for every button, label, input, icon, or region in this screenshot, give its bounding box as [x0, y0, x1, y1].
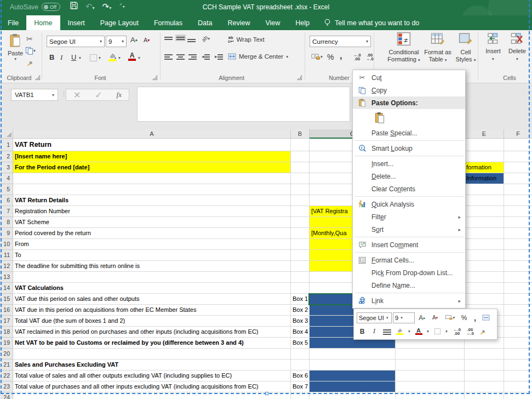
cell-B5[interactable]: [291, 184, 310, 195]
row-header-1[interactable]: 1: [0, 139, 13, 151]
cell-A10[interactable]: From: [13, 239, 291, 250]
bold-button[interactable]: B: [49, 53, 54, 61]
cancel-button[interactable]: ✕: [73, 90, 81, 100]
row-header-16[interactable]: 16: [0, 305, 13, 316]
cell-E6[interactable]: [465, 195, 504, 206]
cut-button[interactable]: ✂: [26, 35, 33, 43]
orientation-button[interactable]: ab▾: [202, 36, 210, 42]
cell-B8[interactable]: [291, 217, 310, 228]
cell-F1[interactable]: [504, 139, 532, 151]
cell-A12[interactable]: The deadline for submitting this return …: [13, 261, 291, 272]
cell-F4[interactable]: [504, 173, 532, 184]
tab-home[interactable]: Home: [26, 15, 60, 30]
cell-A8[interactable]: VAT Scheme: [13, 217, 291, 228]
cell-F22[interactable]: [504, 371, 532, 381]
underline-dropdown[interactable]: ▾: [79, 55, 81, 60]
row-header-10[interactable]: 10: [0, 239, 13, 250]
row-header-11[interactable]: 11: [0, 250, 13, 261]
cell-D24[interactable]: [396, 392, 465, 399]
align-bottom-button[interactable]: [187, 38, 196, 42]
paste-button[interactable]: Paste ▾: [8, 33, 23, 61]
wrap-text-button[interactable]: abc↩ Wrap Text: [228, 36, 265, 43]
cell-A1[interactable]: VAT Return: [13, 139, 291, 151]
cell-F17[interactable]: [504, 316, 532, 327]
row-header-14[interactable]: 14: [0, 283, 13, 294]
menu-item-paste-special[interactable]: Paste Special...: [353, 127, 465, 139]
tab-formulas[interactable]: Formulas: [146, 15, 190, 30]
borders-dropdown[interactable]: ▾: [99, 55, 101, 60]
insert-cells-button[interactable]: Insert▾: [481, 32, 505, 80]
cell-B19[interactable]: Box 5: [291, 338, 310, 349]
cell-A20[interactable]: [13, 349, 291, 360]
tab-data[interactable]: Data: [190, 15, 220, 30]
row-header-13[interactable]: 13: [0, 272, 13, 283]
cell-B9[interactable]: [291, 228, 310, 239]
mini-increase-decimal-button[interactable]: ←.0.00: [451, 328, 463, 335]
menu-item-clear-contents[interactable]: Clear Contents: [353, 183, 465, 195]
row-header-9[interactable]: 9: [0, 228, 13, 239]
align-middle-button[interactable]: [175, 35, 186, 41]
cell-D22[interactable]: [396, 371, 465, 381]
cell-F7[interactable]: [504, 206, 532, 217]
borders-button[interactable]: ▾: [90, 54, 101, 61]
align-left-button[interactable]: [164, 53, 173, 60]
mini-accounting-button[interactable]: ▾: [442, 315, 457, 321]
cell-F18[interactable]: [504, 327, 532, 338]
accounting-dropdown[interactable]: ▾: [321, 54, 323, 59]
cell-B13[interactable]: [291, 272, 310, 283]
cell-B3[interactable]: [291, 162, 310, 173]
cell-D20[interactable]: [396, 349, 465, 360]
cell-B22[interactable]: Box 6: [291, 371, 310, 381]
cell-B14[interactable]: [291, 283, 310, 294]
mini-fill-color-button[interactable]: [394, 328, 405, 335]
menu-item-insert-comment[interactable]: Insert Comment: [353, 238, 465, 251]
cell-A18[interactable]: VAT reclaimed in this period on purchase…: [13, 327, 291, 338]
increase-decimal-button[interactable]: ←.0.00: [353, 53, 361, 61]
cell-A5[interactable]: [13, 184, 291, 195]
row-header-3[interactable]: 3: [0, 162, 13, 173]
cell-A15[interactable]: VAT due this period on sales and other o…: [13, 294, 291, 305]
mini-decrease-decimal-button[interactable]: .00→.0: [464, 328, 476, 335]
clipboard-dialog-launcher[interactable]: [35, 75, 40, 80]
cell-A11[interactable]: To: [13, 250, 291, 261]
cell-A21[interactable]: Sales and Purchases Excluding VAT: [13, 360, 291, 371]
mini-font-size-combo[interactable]: 9▾: [393, 312, 415, 323]
tab-help[interactable]: Help: [288, 15, 317, 30]
cell-E20[interactable]: [465, 349, 504, 360]
menu-item-define-name[interactable]: Define Name...: [353, 279, 465, 292]
cell-B17[interactable]: Box 3: [291, 316, 310, 327]
decrease-indent-button[interactable]: ◂: [202, 53, 210, 60]
cell-B10[interactable]: [291, 239, 310, 250]
cell-A4[interactable]: [13, 173, 291, 184]
cell-C20[interactable]: [310, 349, 396, 360]
cell-F3[interactable]: [504, 162, 532, 173]
cell-C24[interactable]: [310, 392, 396, 399]
align-right-button[interactable]: [188, 53, 197, 60]
percent-style-button[interactable]: %: [327, 53, 334, 61]
cell-F14[interactable]: [504, 283, 532, 294]
row-header-12[interactable]: 12: [0, 261, 13, 272]
mini-decrease-font-button[interactable]: A▾: [429, 315, 441, 321]
cell-E5[interactable]: [465, 184, 504, 195]
menu-item-paste-options[interactable]: Paste Options:: [353, 96, 465, 109]
decrease-decimal-button[interactable]: .00→.0: [366, 53, 374, 61]
cell-E13[interactable]: [465, 272, 504, 283]
cell-B16[interactable]: Box 2: [291, 305, 310, 316]
cell-F2[interactable]: [504, 151, 532, 162]
fill-color-dropdown[interactable]: ▾: [118, 55, 121, 60]
cell-F16[interactable]: [504, 305, 532, 316]
row-header-17[interactable]: 17: [0, 316, 13, 327]
cell-E14[interactable]: [465, 283, 504, 294]
cell-F8[interactable]: [504, 217, 532, 228]
cell-F20[interactable]: [504, 349, 532, 360]
tab-view[interactable]: View: [258, 15, 288, 30]
cell-A22[interactable]: Total value of sales and all other outpu…: [13, 371, 291, 381]
cell-A16[interactable]: VAT due in this period on acquisitions f…: [13, 305, 291, 316]
font-name-combo[interactable]: Segoe UI▾: [47, 36, 105, 47]
row-header-8[interactable]: 8: [0, 217, 13, 228]
cell-E4[interactable]: Information: [465, 173, 504, 184]
name-box-dropdown[interactable]: ▾: [52, 93, 54, 98]
cell-E2[interactable]: [465, 151, 504, 162]
row-header-18[interactable]: 18: [0, 327, 13, 338]
cell-B12[interactable]: [291, 261, 310, 272]
